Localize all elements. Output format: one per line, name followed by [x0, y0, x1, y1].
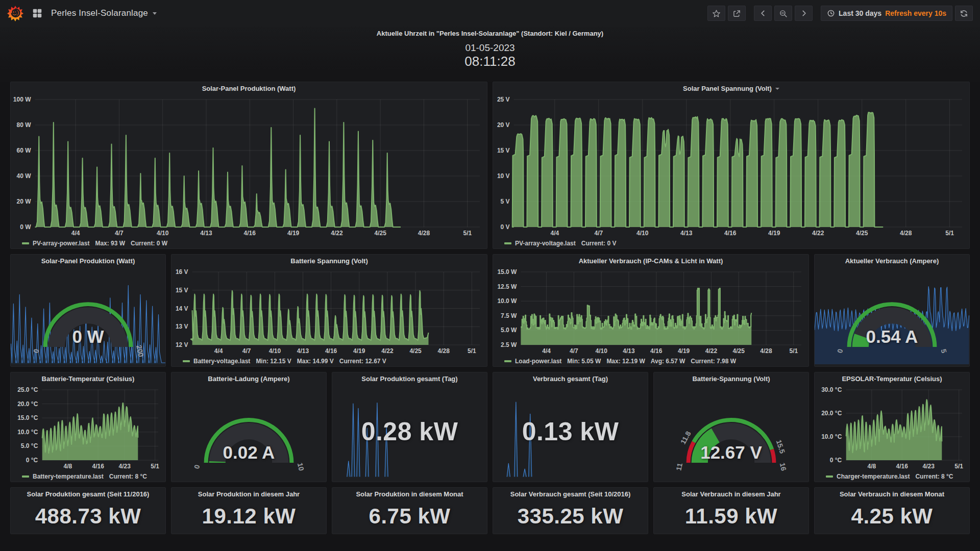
- panel-solar-verbrauch-monat: Solar Verbrauch in diesem Monat 4.25 kW: [814, 487, 970, 534]
- clock-time: 08:11:28: [0, 54, 980, 69]
- panel-title[interactable]: Solar Panel Spannung (Volt): [493, 82, 969, 95]
- chart-area[interactable]: 4/44/74/104/134/164/194/224/254/285/112 …: [172, 268, 487, 355]
- legend-series-swatch-icon[interactable]: [22, 242, 29, 244]
- x-tick-label: 4/16: [325, 347, 337, 355]
- panel-title[interactable]: Solar Produktion in diesem Jahr: [172, 488, 326, 501]
- x-tick-label: 4/10: [269, 347, 281, 355]
- timeseries-chart: 4/44/74/104/134/164/194/224/254/285/10 V…: [493, 95, 969, 237]
- x-tick-label: 4/10: [596, 347, 608, 355]
- chart-area[interactable]: 4/84/164/235/10 °C10.0 °C20.0 °C30.0 °C: [815, 386, 969, 470]
- x-tick-label: 4/22: [812, 230, 824, 237]
- legend-series-name[interactable]: PV-array-power.last: [22, 240, 89, 247]
- clock-panel: Aktuelle Uhrzeit in "Perles Insel-Solara…: [0, 27, 980, 82]
- x-tick-label: 5/1: [463, 230, 472, 237]
- panel-title-text: Verbrauch gesamt (Tag): [533, 372, 608, 386]
- time-range-label: Last 30 days: [839, 9, 881, 17]
- panel-title[interactable]: Batterie-Temperatur (Celsius): [11, 372, 165, 386]
- panel-title[interactable]: Solar Produktion in diesem Monat: [332, 488, 487, 501]
- chevron-left-icon: [760, 10, 767, 17]
- chart-area[interactable]: 4/44/74/104/134/164/194/224/254/285/10 V…: [493, 95, 969, 237]
- gauge-chart: 0 W0200: [11, 268, 165, 364]
- x-tick-label: 4/25: [375, 230, 387, 237]
- legend-series-swatch-icon[interactable]: [183, 360, 190, 362]
- panel-title[interactable]: Batterie Spannung (Volt): [172, 255, 487, 268]
- panel-title-text: Solar Produktion gesamt (Seit 11/2016): [27, 488, 150, 501]
- legend-series-swatch-icon[interactable]: [504, 360, 511, 362]
- x-tick-label: 4/10: [157, 230, 169, 237]
- panel-title-text: Solar Verbrauch gesamt (Seit 10/2016): [510, 488, 631, 501]
- gauge-value: 0 W: [72, 327, 104, 346]
- x-tick-label: 5/1: [468, 347, 476, 355]
- legend-series-swatch-icon[interactable]: [826, 475, 833, 478]
- panel-title[interactable]: EPSOLAR-Temperatur (Celsius): [815, 372, 969, 386]
- dashboard-picker-button[interactable]: [32, 8, 43, 19]
- panel-title-text: Solar Produktion gesamt (Tag): [361, 372, 457, 386]
- panel-title[interactable]: Solar Verbrauch in diesem Monat: [815, 488, 969, 501]
- chart-legend[interactable]: PV-array-voltage.lastCurrent: 0 V: [504, 240, 616, 247]
- gauge-area: 0 W0200: [11, 268, 165, 364]
- legend-series-swatch-icon[interactable]: [504, 242, 511, 244]
- chart-legend[interactable]: PV-array-power.lastMax: 93 WCurrent: 0 W: [22, 240, 167, 247]
- legend-series-name[interactable]: PV-array-voltage.last: [504, 240, 576, 247]
- legend-series-name[interactable]: Load-power.last: [504, 358, 561, 365]
- gauge-scale-label: 11.8: [679, 430, 693, 445]
- time-range-picker[interactable]: Last 30 days Refresh every 10s: [821, 6, 952, 21]
- panel-title[interactable]: Batterie-Ladung (Ampere): [172, 372, 326, 386]
- grafana-logo[interactable]: [5, 3, 26, 23]
- timeseries-chart: 4/44/74/104/134/164/194/224/254/285/12.5…: [493, 268, 808, 355]
- x-tick-label: 4/19: [678, 347, 690, 355]
- x-tick-label: 4/16: [244, 230, 256, 237]
- x-tick-label: 4/7: [242, 347, 251, 355]
- legend-series-name[interactable]: Battery-voltage.last: [183, 358, 250, 365]
- chevron-down-icon: [153, 12, 157, 15]
- legend-series-name[interactable]: Charger-temperature.last: [826, 473, 910, 480]
- x-tick-label: 4/19: [768, 230, 780, 237]
- panel-menu-caret-icon[interactable]: [775, 88, 779, 90]
- time-forward-button[interactable]: [795, 6, 813, 21]
- panel-title[interactable]: Aktueller Verbrauch (Ampere): [815, 255, 969, 268]
- x-tick-label: 4/13: [297, 347, 309, 355]
- legend-series-swatch-icon[interactable]: [22, 475, 29, 478]
- y-tick-label: 100 W: [13, 96, 31, 103]
- series-area: [512, 112, 883, 227]
- panel-title[interactable]: Verbrauch gesamt (Tag): [493, 372, 648, 386]
- refresh-interval-label: Refresh every 10s: [885, 9, 946, 17]
- chart-legend[interactable]: Battery-voltage.lastMin: 12.15 VMax: 14.…: [183, 358, 386, 365]
- panel-title[interactable]: Solar Produktion gesamt (Seit 11/2016): [11, 488, 165, 501]
- chart-legend[interactable]: Battery-temperature.lastCurrent: 8 °C: [22, 473, 147, 480]
- chart-area[interactable]: 4/84/164/235/10 °C5.0 °C10.0 °C15.0 °C20…: [11, 386, 165, 470]
- refresh-dashboard-button[interactable]: [955, 6, 973, 21]
- panel-title-text: Batterie-Temperatur (Celsius): [42, 372, 135, 386]
- x-tick-label: 5/1: [945, 230, 954, 237]
- panel-solar-produktion-monat: Solar Produktion in diesem Monat 6.75 kW: [332, 487, 487, 534]
- share-dashboard-button[interactable]: [728, 6, 746, 21]
- x-tick-label: 4/13: [623, 347, 635, 355]
- time-back-button[interactable]: [754, 6, 772, 21]
- legend-series-name[interactable]: Battery-temperature.last: [22, 473, 104, 480]
- zoom-out-button[interactable]: [774, 6, 792, 21]
- x-tick-label: 4/13: [680, 230, 693, 237]
- panel-title[interactable]: Solar Produktion gesamt (Tag): [332, 372, 487, 386]
- chart-area[interactable]: 4/44/74/104/134/164/194/224/254/285/10 W…: [11, 95, 487, 237]
- star-dashboard-button[interactable]: [707, 6, 725, 21]
- chart-legend[interactable]: Load-power.lastMin: 5.05 WMax: 12.19 WAv…: [504, 358, 736, 365]
- dashboard-title[interactable]: Perles Insel-Solaranlage: [51, 8, 157, 18]
- chart-area[interactable]: 4/44/74/104/134/164/194/224/254/285/12.5…: [493, 268, 808, 355]
- y-tick-label: 12.5 W: [497, 283, 517, 290]
- panel-title[interactable]: Batterie-Spannung (Volt): [654, 372, 808, 386]
- clock-panel-title[interactable]: Aktuelle Uhrzeit in "Perles Insel-Solara…: [0, 27, 980, 37]
- panel-title[interactable]: Solar-Panel Produktion (Watt): [11, 255, 165, 268]
- panel-title[interactable]: Solar-Panel Produktion (Watt): [11, 82, 487, 95]
- panel-aktueller-verbrauch-watt: Aktueller Verbrauch (IP-CAMs & Licht in …: [493, 254, 809, 367]
- y-tick-label: 15.0 °C: [17, 414, 38, 421]
- gauge-value: 0.54 A: [866, 327, 918, 346]
- y-tick-label: 20.0 °C: [821, 410, 842, 417]
- legend-stat: Current: 0 V: [581, 240, 617, 247]
- y-tick-label: 15.0 W: [497, 268, 517, 276]
- panel-title[interactable]: Solar Verbrauch in diesem Jahr: [654, 488, 808, 501]
- panel-title[interactable]: Solar Verbrauch gesamt (Seit 10/2016): [493, 488, 648, 501]
- y-tick-label: 15 V: [497, 147, 510, 154]
- panel-title[interactable]: Aktueller Verbrauch (IP-CAMs & Licht in …: [493, 255, 808, 268]
- chart-legend[interactable]: Charger-temperature.lastCurrent: 8 °C: [826, 473, 953, 480]
- x-tick-label: 4/4: [71, 230, 80, 237]
